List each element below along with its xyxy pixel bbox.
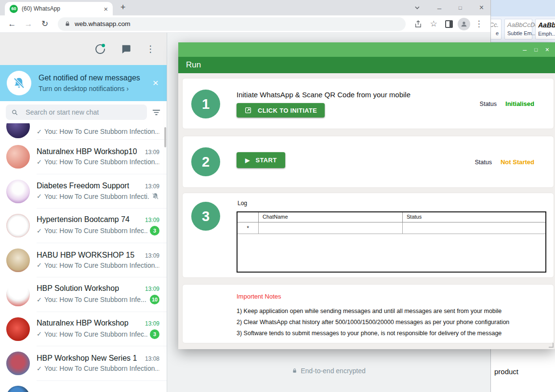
column-header-status: Status bbox=[403, 212, 425, 222]
browser-minimize-icon[interactable]: – bbox=[437, 4, 441, 12]
avatar bbox=[6, 386, 30, 392]
log-grid[interactable]: ChatName Status * bbox=[237, 211, 546, 273]
avatar bbox=[6, 317, 30, 341]
resize-grip[interactable] bbox=[549, 343, 554, 348]
log-label: Log bbox=[238, 200, 247, 207]
browser-tab-whatsapp[interactable]: 60 (60) WhatsApp × bbox=[5, 2, 113, 15]
banner-subtitle[interactable]: Turn on desktop notifications › bbox=[39, 85, 140, 92]
status-label: Status bbox=[475, 159, 492, 166]
run-maximize-icon[interactable]: □ bbox=[534, 47, 538, 52]
avatar bbox=[6, 145, 30, 169]
status-value: Initialised bbox=[505, 100, 534, 107]
avatar bbox=[6, 283, 30, 306]
step-number-badge: 1 bbox=[191, 90, 220, 118]
chat-title: HABU HBP WORKSHOP 15 bbox=[37, 251, 134, 260]
new-chat-icon[interactable] bbox=[120, 43, 132, 54]
run-close-icon[interactable]: × bbox=[545, 46, 549, 53]
tab-close-icon[interactable]: × bbox=[104, 5, 108, 13]
scrollbar-thumb[interactable] bbox=[164, 127, 166, 147]
filter-icon[interactable] bbox=[152, 108, 161, 117]
banner-close-icon[interactable]: × bbox=[153, 78, 159, 88]
chat-time: 13:09 bbox=[145, 217, 159, 223]
run-titlebar: – □ × bbox=[178, 42, 555, 57]
click-to-initiate-button[interactable]: CLICK TO INITIATE bbox=[237, 103, 325, 118]
word-document-text: product bbox=[494, 367, 518, 376]
step-number-badge: 2 bbox=[191, 147, 220, 176]
unread-badge: 3 bbox=[150, 226, 159, 235]
style-label: Subtle Em... bbox=[507, 30, 529, 36]
status-cell[interactable] bbox=[403, 222, 410, 234]
log-grid-header: ChatName Status bbox=[238, 212, 545, 222]
chat-preview: You: How To Cure Stubborn Infec... bbox=[44, 227, 147, 235]
search-input[interactable] bbox=[26, 108, 141, 116]
lock-icon bbox=[292, 368, 297, 374]
chat-list-item[interactable]: ✓ You: How To Cure Stubborn Infection... bbox=[0, 123, 167, 140]
step2-card: 2 ▶ START Status Not Started bbox=[182, 136, 554, 188]
lock-icon bbox=[65, 21, 70, 27]
chat-title: HBP Solution Workshop bbox=[37, 284, 119, 293]
chatname-cell[interactable] bbox=[259, 222, 403, 234]
word-ribbon bbox=[491, 0, 555, 16]
new-tab-button[interactable]: + bbox=[120, 2, 126, 13]
avatar bbox=[6, 352, 30, 375]
search-icon bbox=[12, 109, 18, 116]
step-number-badge: 3 bbox=[191, 202, 220, 231]
bell-muted-icon bbox=[7, 71, 31, 95]
step1-status: Status Initialised bbox=[480, 100, 534, 107]
chat-title: Hypertension Bootcamp 74 bbox=[37, 215, 130, 224]
url-bar[interactable]: web.whatsapp.com bbox=[58, 17, 406, 31]
search-box[interactable] bbox=[6, 105, 147, 120]
reload-button[interactable]: ↻ bbox=[38, 19, 52, 29]
browser-profile-avatar[interactable] bbox=[458, 18, 470, 30]
tab-search-chevron-icon[interactable] bbox=[414, 5, 420, 11]
chat-title: Naturalnex HBP Workshop10 bbox=[37, 147, 137, 156]
profile-avatar[interactable] bbox=[6, 37, 29, 60]
chat-list-item[interactable]: Naturalnex HBP Workshop 13:09 ✓ You: How… bbox=[0, 312, 167, 347]
notes-title: Importent Notes bbox=[237, 293, 281, 300]
chat-title: Diabetes Freedom Support bbox=[37, 182, 129, 190]
chat-time: 13:09 bbox=[145, 286, 159, 292]
side-panel-icon[interactable] bbox=[442, 20, 456, 28]
chat-list-item[interactable]: Naturalnex HBP Workshop10 13:09 ✓ You: H… bbox=[0, 140, 167, 174]
unread-badge: 3 bbox=[150, 329, 159, 339]
chat-time: 13:09 bbox=[145, 183, 159, 190]
screen: Cc. e AaBbCcDc Subtle Em... AaBb Emph...… bbox=[0, 0, 555, 392]
back-button[interactable]: ← bbox=[5, 19, 19, 29]
share-icon[interactable] bbox=[411, 20, 425, 28]
whatsapp-sidebar: ⋮ Get notified of new messages Turn on d… bbox=[0, 33, 167, 392]
run-body: 1 Initiate WhatsApp & Scane QR Code from… bbox=[178, 73, 555, 349]
chat-list-item[interactable]: HBP Solution Workshop 13:09 ✓ You: How T… bbox=[0, 277, 167, 312]
note-item: 2) Clear WhatsApp chat history after 500… bbox=[237, 317, 509, 328]
e2e-text: End-to-end encrypted bbox=[301, 367, 366, 375]
chat-list-item[interactable]: HBP Workshop New Series 1 13:08 ✓ You: H… bbox=[0, 346, 167, 381]
forward-button[interactable]: → bbox=[21, 19, 36, 29]
step1-heading: Initiate WhatsApp & Scane QR Code from y… bbox=[237, 91, 410, 99]
chat-preview: You: How To Cure Stubborn Infection... bbox=[44, 158, 159, 166]
chat-preview: You: How To Cure Stubborn Infe... bbox=[44, 296, 147, 303]
style-label: e bbox=[491, 30, 499, 36]
whatsapp-menu-icon[interactable]: ⋮ bbox=[146, 43, 155, 54]
chat-list-item[interactable]: HABU HBP WORKSHOP 15 13:09 ✓ You: How To… bbox=[0, 243, 167, 278]
whatsapp-favicon-badge: 60 bbox=[10, 5, 18, 13]
bookmark-star-icon[interactable]: ☆ bbox=[427, 19, 440, 29]
log-grid-new-row[interactable]: * bbox=[238, 222, 545, 234]
step1-card: 1 Initiate WhatsApp & Scane QR Code from… bbox=[182, 78, 554, 129]
word-style-item[interactable]: Cc. e bbox=[491, 19, 502, 39]
avatar bbox=[6, 123, 30, 138]
word-style-item[interactable]: AaBbCcDc Subtle Em... bbox=[504, 19, 532, 39]
browser-menu-icon[interactable]: ⋮ bbox=[472, 19, 486, 29]
style-label: Emph... bbox=[538, 31, 555, 37]
notification-banner[interactable]: Get notified of new messages Turn on des… bbox=[0, 65, 167, 101]
avatar bbox=[6, 248, 30, 272]
chat-list-item[interactable] bbox=[0, 381, 167, 392]
browser-maximize-icon[interactable]: □ bbox=[459, 5, 462, 11]
chat-list-item[interactable]: Hypertension Bootcamp 74 13:09 ✓ You: Ho… bbox=[0, 209, 167, 243]
start-button[interactable]: ▶ START bbox=[237, 152, 285, 168]
browser-close-icon[interactable]: × bbox=[479, 3, 484, 12]
url-text: web.whatsapp.com bbox=[75, 20, 131, 27]
window-controls: – □ × bbox=[414, 0, 490, 15]
word-style-item[interactable]: AaBb Emph... bbox=[535, 19, 555, 39]
run-minimize-icon[interactable]: – bbox=[523, 46, 527, 53]
status-icon[interactable] bbox=[94, 43, 106, 55]
chat-list-item[interactable]: Diabetes Freedom Support 13:09 ✓ You: Ho… bbox=[0, 174, 167, 209]
